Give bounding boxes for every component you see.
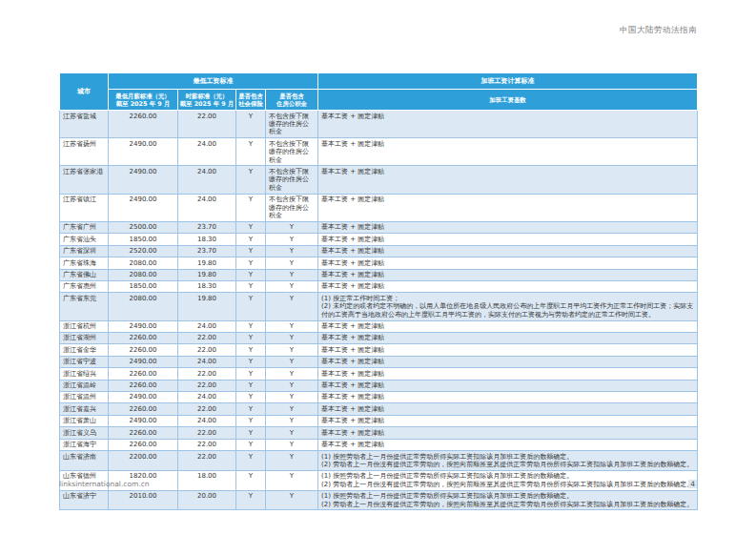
hourly-wage-cell: 24.00 — [178, 391, 236, 402]
social-insurance-cell: Y — [236, 221, 266, 233]
hourly-wage-cell: 22.00 — [178, 368, 236, 380]
monthly-wage-cell: 2260.00 — [109, 111, 178, 138]
hourly-wage-cell: 24.00 — [178, 166, 236, 194]
overtime-base-cell: 基本工资 + 固定津贴 — [318, 344, 698, 356]
housing-fund-cell: 不包含按下限缴存的住房公积金 — [266, 111, 318, 138]
hourly-wage-cell: 19.80 — [178, 269, 236, 280]
hourly-wage-cell: 22.00 — [178, 451, 236, 471]
hourly-wage-cell: 23.70 — [178, 245, 236, 257]
hourly-wage-cell: 22.00 — [178, 380, 236, 391]
table-row: 浙江省萧山 2490.00 24.00 Y Y 基本工资 + 固定津贴 — [60, 415, 698, 426]
social-insurance-cell: Y — [236, 111, 266, 138]
doc-header-title: 中国大陆劳动法指南 — [620, 25, 697, 36]
social-insurance-cell: Y — [236, 293, 266, 320]
table-row: 浙江省温州 2490.00 24.00 Y Y 基本工资 + 固定津贴 — [60, 391, 698, 402]
table-row: 广东省惠州 1850.00 18.30 Y Y 基本工资 + 固定津贴 — [60, 280, 698, 292]
table-row: 广东省广州 2500.00 23.70 Y Y 基本工资 + 固定津贴 — [60, 221, 698, 233]
overtime-base-cell: 基本工资 + 固定津贴 — [318, 356, 698, 367]
social-insurance-cell: Y — [236, 403, 266, 415]
city-cell: 浙江省杭州 — [60, 320, 109, 332]
city-cell: 广东省东莞 — [60, 293, 109, 320]
table-row: 浙江省嘉兴 2260.00 22.00 Y Y 基本工资 + 固定津贴 — [60, 403, 698, 415]
page-number: 4 — [688, 480, 697, 488]
table-row: 江苏省镇江 2490.00 24.00 Y 不包含按下限缴存的住房公积金 基本工… — [60, 194, 698, 221]
social-insurance-cell: Y — [236, 194, 266, 221]
hourly-wage-cell: 24.00 — [178, 415, 236, 426]
housing-fund-cell: Y — [266, 257, 318, 269]
housing-fund-cell: Y — [266, 439, 318, 450]
table-row: 广东省东莞 2080.00 19.80 Y Y (1) 按正常工作时间工资； (… — [60, 293, 698, 320]
table-row: 浙江省宁波 2490.00 24.00 Y Y 基本工资 + 固定津贴 — [60, 356, 698, 367]
overtime-base-cell: 基本工资 + 固定津贴 — [318, 391, 698, 402]
housing-fund-cell: Y — [266, 269, 318, 280]
monthly-wage-cell: 2260.00 — [109, 344, 178, 356]
overtime-base-cell: 基本工资 + 固定津贴 — [318, 194, 698, 221]
city-cell: 广东省珠海 — [60, 257, 109, 269]
city-cell: 广东省佛山 — [60, 269, 109, 280]
overtime-base-cell: (1) 按照劳动者上一月份提供正常劳动所得实际工资扣除该月加班工资后的数额确定。… — [318, 451, 698, 471]
monthly-wage-cell: 2490.00 — [109, 320, 178, 332]
housing-fund-cell: Y — [266, 344, 318, 356]
city-cell: 江苏省盐城 — [60, 111, 109, 138]
header-group-row: 城市 最低工资标准 加班工资计算标准 — [60, 73, 698, 90]
monthly-wage-cell: 2490.00 — [109, 356, 178, 367]
overtime-base-cell: 基本工资 + 固定津贴 — [318, 380, 698, 391]
table-header: 城市 最低工资标准 加班工资计算标准 最低月薪标准（元） 截至 2025 年 9… — [60, 73, 698, 111]
social-insurance-cell: Y — [236, 451, 266, 471]
table-row: 山东省济南 2200.00 22.00 Y Y (1) 按照劳动者上一月份提供正… — [60, 451, 698, 471]
hourly-wage-cell: 19.80 — [178, 257, 236, 269]
col-header-city: 城市 — [60, 73, 109, 111]
overtime-base-cell: 基本工资 + 固定津贴 — [318, 257, 698, 269]
social-insurance-cell: Y — [236, 415, 266, 426]
monthly-wage-cell: 2260.00 — [109, 380, 178, 391]
housing-fund-cell: Y — [266, 221, 318, 233]
city-cell: 广东省惠州 — [60, 280, 109, 292]
city-cell: 江苏省张家港 — [60, 166, 109, 194]
overtime-base-cell: 基本工资 + 固定津贴 — [318, 138, 698, 166]
overtime-base-cell: 基本工资 + 固定津贴 — [318, 415, 698, 426]
housing-fund-cell: Y — [266, 332, 318, 343]
overtime-base-cell: 基本工资 + 固定津贴 — [318, 320, 698, 332]
social-insurance-cell: Y — [236, 490, 266, 510]
col-header-overtime-base: 加班工资基数 — [318, 90, 698, 111]
monthly-wage-cell: 2080.00 — [109, 293, 178, 320]
monthly-wage-cell: 2260.00 — [109, 332, 178, 343]
monthly-wage-cell: 2260.00 — [109, 403, 178, 415]
monthly-wage-cell: 2490.00 — [109, 391, 178, 402]
table-row: 浙江省绍兴 2260.00 22.00 Y Y 基本工资 + 固定津贴 — [60, 368, 698, 380]
social-insurance-cell: Y — [236, 368, 266, 380]
monthly-wage-cell: 2260.00 — [109, 439, 178, 450]
table-body: 江苏省盐城 2260.00 22.00 Y 不包含按下限缴存的住房公积金 基本工… — [60, 111, 698, 510]
city-cell: 江苏省扬州 — [60, 138, 109, 166]
col-group-overtime: 加班工资计算标准 — [318, 73, 698, 90]
monthly-wage-cell: 2010.00 — [109, 490, 178, 510]
hourly-wage-cell: 22.00 — [178, 403, 236, 415]
table-row: 浙江省湖州 2260.00 22.00 Y Y 基本工资 + 固定津贴 — [60, 332, 698, 343]
overtime-base-cell: 基本工资 + 固定津贴 — [318, 234, 698, 245]
housing-fund-cell: Y — [266, 427, 318, 439]
social-insurance-cell: Y — [236, 427, 266, 439]
monthly-wage-cell: 1850.00 — [109, 280, 178, 292]
table-row: 广东省汕头 1850.00 18.30 Y Y 基本工资 + 固定津贴 — [60, 234, 698, 245]
housing-fund-cell: Y — [266, 245, 318, 257]
overtime-base-cell: 基本工资 + 固定津贴 — [318, 439, 698, 450]
table-row: 广东省佛山 2080.00 19.80 Y Y 基本工资 + 固定津贴 — [60, 269, 698, 280]
city-cell: 浙江省萧山 — [60, 415, 109, 426]
social-insurance-cell: Y — [236, 280, 266, 292]
housing-fund-cell: Y — [266, 368, 318, 380]
social-insurance-cell: Y — [236, 391, 266, 402]
housing-fund-cell: 不包含按下限缴存的住房公积金 — [266, 194, 318, 221]
hourly-wage-cell: 22.00 — [178, 427, 236, 439]
hourly-wage-cell: 22.00 — [178, 344, 236, 356]
monthly-wage-cell: 2520.00 — [109, 245, 178, 257]
monthly-wage-cell: 1850.00 — [109, 234, 178, 245]
col-header-social-insurance: 是否包含 社会保险 — [236, 90, 266, 111]
social-insurance-cell: Y — [236, 166, 266, 194]
housing-fund-cell: 不包含按下限缴存的住房公积金 — [266, 166, 318, 194]
housing-fund-cell: Y — [266, 490, 318, 510]
overtime-base-cell: 基本工资 + 固定津贴 — [318, 280, 698, 292]
monthly-wage-cell: 2260.00 — [109, 427, 178, 439]
housing-fund-cell: Y — [266, 234, 318, 245]
city-cell: 浙江省温岭 — [60, 380, 109, 391]
hourly-wage-cell: 24.00 — [178, 138, 236, 166]
